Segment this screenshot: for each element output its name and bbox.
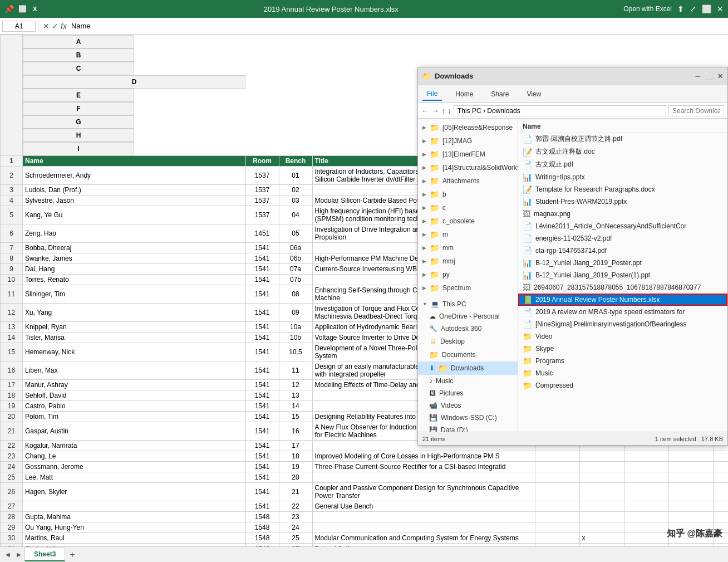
external-link-icon[interactable]: ⤢ [690,4,696,13]
cell-name[interactable]: Zeng, Hao [23,224,246,242]
cell-room[interactable]: 1537 [245,166,279,184]
cell-para[interactable] [535,501,579,511]
cell-room[interactable]: 1541 [245,379,279,390]
fe-ribbon-file[interactable]: File [422,87,442,101]
cell-room[interactable]: 1541 [245,451,279,461]
file-photo-img[interactable]: 🖼 26940607_283157518878055_1067818788784… [518,281,727,294]
cell-name[interactable]: Sehloff, David [23,390,246,400]
sidebar-item-desktop[interactable]: 🖥 Desktop [418,335,518,348]
cell-room[interactable]: 1548 [245,511,279,522]
cell-room[interactable]: 1541 [245,274,279,285]
sidebar-item-release[interactable]: ▶ 📁 [05]Release&Response [418,121,518,134]
file-ninesigma-pdf[interactable]: 📄 [NineSigma] PreliminaryInvestigationOf… [518,318,727,330]
cell-room[interactable]: 1537 [245,206,279,224]
sidebar-item-c[interactable]: ▶ 📁 c [418,201,518,214]
cell-room[interactable]: 1541 [245,321,279,332]
cell-para[interactable] [535,532,579,543]
sidebar-item-windows-ssd[interactable]: 💾 Windows-SSD (C:) [418,412,518,424]
cell-extra[interactable] [713,511,728,522]
cell-room[interactable]: 1548 [245,532,279,543]
sidebar-item-m[interactable]: ▶ 📁 m [418,228,518,241]
sidebar-item-downloads[interactable]: ⬇ 📁 Downloads [418,361,518,375]
cell-name[interactable]: Torres, Renato [23,274,246,285]
cell-name[interactable]: Ludois, Dan (Prof.) [23,184,246,195]
cell-name[interactable]: Martins, Raul [23,532,246,543]
fe-back-btn[interactable]: ← [421,106,429,115]
sidebar-item-music[interactable]: ♪ Music [418,375,518,387]
cell-name[interactable]: Sylvestre, Jason [23,195,246,206]
file-b12-1-ppt[interactable]: 📊 B-12_Yunlei Jiang_2019_Poster(1).ppt [518,269,727,281]
fe-address-input[interactable]: This PC › Downloads [454,105,666,116]
file-guwenzhi-doc[interactable]: 📝 古文观止注释版.doc [518,145,727,158]
fe-close-icon[interactable]: ✕ [717,72,723,80]
cell-room[interactable]: 1541 [245,361,279,379]
fe-ribbon-view[interactable]: View [522,88,545,100]
sidebar-item-elmerfem[interactable]: ▶ 📁 [13]ElmerFEM [418,148,518,161]
cell-bench[interactable]: 08 [279,285,312,303]
sidebar-item-mm[interactable]: ▶ 📁 mm [418,241,518,255]
file-cta-pdf[interactable]: 📄 cta-rgp-1547653714.pdf [518,245,727,257]
file-levine-pdf[interactable]: 📄 Lévine2011_Article_OnNecessaryAndSuffi… [518,220,727,232]
cell-name[interactable]: Knippel, Ryan [23,321,246,332]
cell-room[interactable]: 1541 [245,332,279,343]
cell-poster[interactable] [579,511,624,522]
file-energies-pdf[interactable]: 📄 energies-11-02532-v2.pdf [518,232,727,245]
table-row[interactable]: 23 Chang, Le 1541 18 Improved Modeling o… [1,451,729,461]
cell-bench[interactable]: 05 [279,224,312,242]
cell-title[interactable]: Coupler and Passive Component Design for… [312,482,535,501]
cell-bench[interactable]: 16 [279,422,312,440]
close-icon[interactable]: ✕ [717,4,724,13]
cell-room[interactable]: 1541 [245,343,279,361]
cell-approval[interactable] [668,501,713,511]
cell-bench[interactable]: 10b [279,332,312,343]
cell-name[interactable]: Tisler, Marisa [23,332,246,343]
col-header-e[interactable]: E [23,89,134,102]
cell-bench[interactable]: 19 [279,461,312,472]
cell-bench[interactable]: 10a [279,321,312,332]
cell-room[interactable]: 1548 [245,522,279,532]
cell-room[interactable]: 1541 [245,390,279,400]
cell-room[interactable]: 1541 [245,422,279,440]
fe-maximize-icon[interactable]: ⬜ [705,72,713,80]
file-2019-review-pdf[interactable]: 📄 2019 A review on MRAS-type speed estim… [518,306,727,318]
cell-poster[interactable] [579,482,624,501]
cell-title[interactable] [312,522,535,532]
cell-approval[interactable] [668,472,713,482]
table-row[interactable]: 24 Gossmann, Jerome 1541 19 Three-Phase … [1,461,729,472]
sidebar-item-structural[interactable]: ▶ 📁 [14]Structural&SolidWorks [418,161,518,174]
cell-room[interactable]: 1541 [245,263,279,274]
cell-approval[interactable] [668,461,713,472]
cell-booklet[interactable] [624,511,668,522]
cell-bench[interactable]: 09 [279,303,312,321]
file-guwenzhi-pdf[interactable]: 📄 古文观止.pdf [518,158,727,171]
cell-room[interactable]: 1541 [245,242,279,253]
restore-icon[interactable]: ⬜ [18,5,27,13]
cell-room[interactable]: 1541 [245,501,279,511]
cell-approval[interactable] [668,482,713,501]
sidebar-item-b[interactable]: ▶ 📁 b [418,188,518,201]
cell-room[interactable]: 1541 [245,461,279,472]
cell-bench[interactable]: 10.5 [279,343,312,361]
cell-bench[interactable]: 25 [279,532,312,543]
cell-bench[interactable]: 06a [279,242,312,253]
file-video-folder[interactable]: 📁 Video [518,330,727,343]
col-header-i[interactable]: I [23,142,134,155]
sidebar-item-c-obsolete[interactable]: ▶ 📁 c_obsolete [418,214,518,228]
sidebar-item-spectrum[interactable]: ▶ 📁 Spectrum [418,281,518,295]
cell-para[interactable] [535,472,579,482]
fe-ribbon-share[interactable]: Share [486,88,513,100]
cell-name[interactable]: Xu, Yang [23,303,246,321]
cell-room[interactable]: 1541 [245,440,279,451]
cell-bench[interactable]: 13 [279,390,312,400]
cell-name[interactable]: Kang, Ye Gu [23,206,246,224]
add-sheet-btn[interactable]: + [65,548,79,562]
file-template-research[interactable]: 📝 Template for Research Paragraphs.docx [518,183,727,196]
col-header-c[interactable]: C [23,62,134,75]
file-annual-review-xlsx[interactable]: 📗 2019 Annual Review Poster Numbers.xlsx [518,294,727,306]
pin-icon[interactable]: 📌 [4,4,14,13]
cell-extra[interactable] [713,482,728,501]
sidebar-item-pictures[interactable]: 🖼 Pictures [418,387,518,399]
open-with-excel-label[interactable]: Open with Excel [623,5,672,13]
cell-bench[interactable]: 23 [279,511,312,522]
cell-name[interactable]: Swanke, James [23,253,246,263]
